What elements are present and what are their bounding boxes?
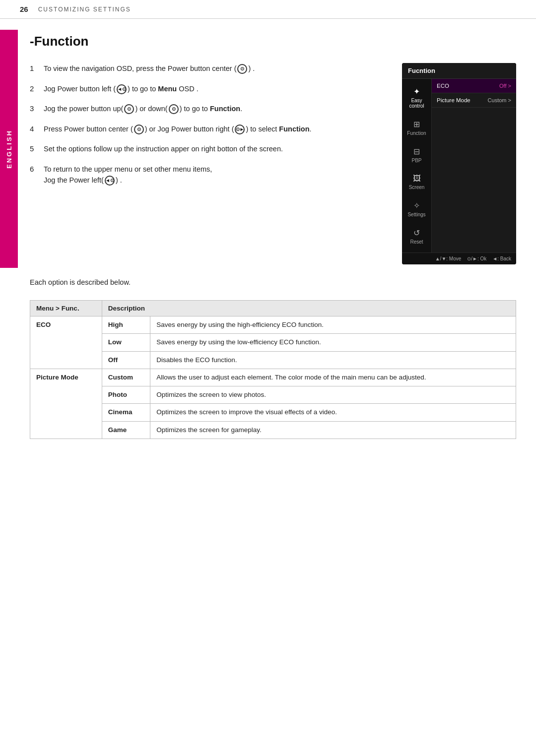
settings-icon: ✧ [413, 201, 420, 210]
osd-picture-mode-value: Custom > [488, 97, 511, 103]
desc-off: Disables the ECO function. [150, 351, 516, 369]
osd-row-eco[interactable]: ECO Off > [432, 79, 516, 93]
osd-footer-back: ◄: Back [492, 256, 511, 261]
osd-menu-item-screen[interactable]: 🖼 Screen [402, 170, 431, 194]
icon-power-center-2: ⊙ [134, 125, 144, 134]
step-5-text: Set the options follow up the instructio… [44, 143, 283, 155]
desc-custom: Allows the user to adjust each element. … [150, 369, 516, 386]
osd-sidebar-icons: ✦ Easy control ⊞ Function ⊟ PBP 🖼 Screen [402, 79, 432, 252]
step-3-num: 3 [30, 103, 39, 115]
option-high: High [102, 316, 150, 334]
osd-title-bar: Fucntion [402, 63, 516, 79]
pbp-label: PBP [411, 158, 421, 163]
step-1: 1 To view the navigation OSD, press the … [30, 63, 387, 74]
main-content: -Function 1 To view the navigation OSD, … [30, 19, 516, 439]
osd-menu-item-settings[interactable]: ✧ Settings [402, 197, 431, 221]
table-row: ECO High Saves energy by using the high-… [30, 316, 516, 334]
col-header-description: Description [102, 301, 516, 316]
col-header-menu: Menu > Func. [30, 301, 102, 316]
step-5-num: 5 [30, 143, 39, 155]
screen-icon: 🖼 [413, 174, 421, 183]
screen-label: Screen [409, 185, 425, 190]
step-5: 5 Set the options follow up the instruct… [30, 143, 387, 155]
desc-game: Optimizes the screen for gameplay. [150, 421, 516, 439]
table-row: Low Saves energy by using the low-effici… [30, 334, 516, 351]
table-header-row: Menu > Func. Description [30, 301, 516, 316]
icon-jog-left-2: ◄⊙ [105, 176, 115, 186]
settings-label: Settings [407, 212, 425, 217]
option-cinema: Cinema [102, 404, 150, 421]
osd-content-area: ECO Off > Picture Mode Custom > [432, 79, 516, 252]
page-header-title: CUSTOMIZING SETTINGS [38, 6, 131, 13]
osd-menu: ✦ Easy control ⊞ Function ⊟ PBP 🖼 Screen [402, 79, 516, 252]
english-label: ENGLISH [5, 129, 13, 169]
steps-column: 1 To view the navigation OSD, press the … [30, 63, 387, 194]
osd-panel: Fucntion ✦ Easy control ⊞ Function ⊟ PBP [402, 63, 516, 264]
function-icon: ⊞ [413, 120, 420, 129]
osd-eco-label: ECO [437, 83, 449, 89]
desc-photo: Optimizes the screen to view photos. [150, 386, 516, 404]
description-table: Menu > Func. Description ECO High Saves … [30, 300, 516, 439]
osd-eco-value: Off > [499, 83, 511, 89]
function-label: Function [407, 130, 426, 136]
steps-list: 1 To view the navigation OSD, press the … [30, 63, 387, 186]
menu-picture-mode: Picture Mode [30, 369, 102, 439]
step-6-text: To return to the upper menu or set other… [44, 164, 212, 186]
easy-control-label: Easy control [404, 98, 429, 109]
option-custom: Custom [102, 369, 150, 386]
page-number: 26 [20, 5, 28, 13]
easy-control-icon: ✦ [413, 87, 420, 96]
table-row: Off Disables the ECO function. [30, 351, 516, 369]
option-low: Low [102, 334, 150, 351]
option-off: Off [102, 351, 150, 369]
step-2-num: 2 [30, 83, 39, 95]
table-row: Cinema Optimizes the screen to improve t… [30, 404, 516, 421]
step-4: 4 Press Power button center (⊙) or Jog P… [30, 124, 387, 135]
english-sidebar: ENGLISH [0, 30, 18, 268]
osd-footer-move: ▲/▼: Move [435, 256, 462, 261]
desc-cinema: Optimizes the screen to improve the visu… [150, 404, 516, 421]
table-row: Picture Mode Custom Allows the user to a… [30, 369, 516, 386]
section-title: -Function [30, 34, 516, 49]
osd-picture-mode-label: Picture Mode [437, 97, 470, 103]
page-header: 26 CUSTOMIZING SETTINGS [0, 0, 536, 19]
desc-low: Saves energy by using the low-efficiency… [150, 334, 516, 351]
option-photo: Photo [102, 386, 150, 404]
icon-jog-left: ◄⊙ [117, 84, 127, 94]
step-1-text: To view the navigation OSD, press the Po… [44, 63, 255, 74]
two-column-layout: 1 To view the navigation OSD, press the … [30, 63, 516, 264]
option-game: Game [102, 421, 150, 439]
step-2: 2 Jog Power button left (◄⊙) to go to Me… [30, 83, 387, 95]
table-row: Photo Optimizes the screen to view photo… [30, 386, 516, 404]
step-4-num: 4 [30, 124, 39, 135]
step-1-num: 1 [30, 63, 39, 74]
desc-high: Saves energy by using the high-efficienc… [150, 316, 516, 334]
table-row: Game Optimizes the screen for gameplay. [30, 421, 516, 439]
pbp-icon: ⊟ [413, 147, 420, 156]
step-3-text: Jog the power button up(⊙) or down(⊙) to… [44, 103, 242, 115]
icon-jog-right: ⊙► [235, 125, 245, 134]
each-option-note: Each option is described below. [30, 278, 516, 286]
icon-power-center: ⊙ [237, 64, 247, 74]
osd-menu-item-easy-control[interactable]: ✦ Easy control [402, 83, 431, 113]
osd-row-picture-mode[interactable]: Picture Mode Custom > [432, 93, 516, 108]
osd-menu-item-function[interactable]: ⊞ Function [402, 116, 431, 140]
osd-menu-item-pbp[interactable]: ⊟ PBP [402, 143, 431, 167]
step-4-text: Press Power button center (⊙) or Jog Pow… [44, 124, 312, 135]
step-6-num: 6 [30, 164, 39, 186]
osd-menu-item-reset[interactable]: ↺ Reset [402, 224, 431, 249]
icon-jog-up: ⊙ [124, 104, 134, 114]
menu-eco: ECO [30, 316, 102, 369]
step-6: 6 To return to the upper menu or set oth… [30, 164, 387, 186]
step-3: 3 Jog the power button up(⊙) or down(⊙) … [30, 103, 387, 115]
reset-icon: ↺ [413, 228, 420, 238]
osd-footer: ▲/▼: Move ⊙/►: Ok ◄: Back [402, 252, 516, 264]
step-2-text: Jog Power button left (◄⊙) to go to Menu… [44, 83, 199, 95]
reset-label: Reset [410, 239, 423, 245]
icon-jog-down: ⊙ [169, 104, 179, 114]
osd-footer-ok: ⊙/►: Ok [467, 256, 486, 261]
